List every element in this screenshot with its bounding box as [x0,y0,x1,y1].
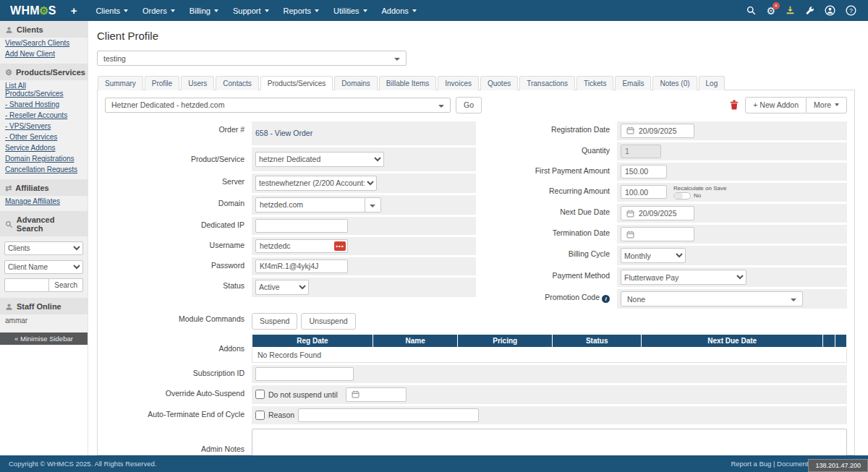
menu-utilities[interactable]: Utilities [326,0,374,21]
unsuspend-button[interactable]: Unsuspend [301,313,355,330]
search-icon[interactable] [746,6,756,15]
menu-billing-label: Billing [190,7,210,15]
menu-clients[interactable]: Clients [88,0,135,21]
shortcuts-plus-button[interactable]: + [71,4,77,17]
payment-method-label: Payment Method [476,267,617,287]
menu-addons[interactable]: Addons [375,0,424,21]
sidebar-section-clients: Clients [0,21,88,38]
tab-notes[interactable]: Notes (0) [652,76,697,90]
whmcs-logo[interactable]: WHM⚙S [10,4,56,17]
suspend-button[interactable]: Suspend [252,313,297,330]
next-due-date-label: Next Due Date [476,204,617,223]
billing-cycle-select[interactable]: Monthly [621,248,686,263]
service-select[interactable]: Hetzner Dedicated - hetzded.com [105,98,451,113]
auto-terminate-label: Auto-Terminate End of Cycle [105,406,252,424]
updates-icon[interactable] [786,6,795,15]
advanced-search-field-select[interactable]: Client Name [4,260,83,274]
sidebar-item-view-search-clients[interactable]: View/Search Clients [0,38,88,48]
status-label: Status [105,278,252,297]
system-settings-icon[interactable] [805,6,814,15]
tab-profile[interactable]: Profile [145,76,179,90]
automation-status-icon[interactable]: ⚙ × [766,6,775,16]
delete-service-icon[interactable] [730,100,739,110]
recurring-amount-input[interactable] [621,185,667,199]
sidebar-item-add-new-client[interactable]: Add New Client [0,48,88,59]
sidebar-item-service-addons[interactable]: Service Addons [0,142,88,153]
more-button[interactable]: More [807,97,847,113]
subscription-id-input[interactable] [255,367,354,381]
sidebar-item-manage-affiliates[interactable]: Manage Affiliates [0,196,88,207]
suspend-until-date-input[interactable] [346,387,407,402]
tab-summary[interactable]: Summary [98,76,143,90]
sidebar-item-list-all-products[interactable]: List All Products/Services [0,80,88,99]
footer: Copyright © WHMCS 2025. All Rights Reser… [0,455,868,472]
admin-notes-textarea[interactable] [252,429,847,455]
do-not-suspend-label: Do not suspend until [268,390,338,399]
promotion-code-select[interactable]: None [621,291,803,306]
advanced-search-type-select[interactable]: Clients [4,241,83,255]
tab-quotes[interactable]: Quotes [480,76,518,90]
server-select[interactable]: testnewhetzner (2/200 Account: [255,176,377,191]
calendar-icon [626,126,634,134]
domain-input[interactable] [255,197,365,213]
go-button[interactable]: Go [456,97,482,113]
domain-dropdown-button[interactable] [365,197,381,213]
status-select[interactable]: Active [255,280,309,295]
reason-input[interactable] [298,408,479,422]
logo-gear-icon: ⚙ [39,4,49,17]
first-payment-input[interactable] [621,165,667,179]
logo-text-pre: WHM [10,4,40,17]
advanced-search-button[interactable]: Search [49,278,83,292]
recalculate-value: No [694,192,701,199]
new-addon-button[interactable]: + New Addon [745,97,807,113]
order-value-link[interactable]: 658 - View Order [255,129,312,137]
sidebar-item-reseller-accounts[interactable]: - Reseller Accounts [0,110,88,121]
registration-date-input[interactable]: 20/09/2025 [621,124,694,138]
tab-billable-items[interactable]: Billable Items [379,76,436,90]
next-due-date-input[interactable]: 20/09/2025 [621,206,694,220]
client-select[interactable]: testing [97,51,407,66]
staff-online-icon [5,303,13,311]
tab-contacts[interactable]: Contacts [216,76,258,90]
sidebar-item-vps-servers[interactable]: - VPS/Servers [0,121,88,132]
password-manager-icon[interactable]: ••• [334,241,346,251]
sidebar-item-domain-registrations[interactable]: Domain Registrations [0,153,88,164]
advanced-search-input[interactable] [4,278,49,292]
top-navbar: WHM⚙S + Clients Orders Billing Support R… [0,0,868,21]
override-auto-suspend-checkbox[interactable] [255,390,265,399]
chevron-down-icon [214,9,218,12]
tab-log[interactable]: Log [699,76,726,90]
addons-header-status: Status [553,334,642,347]
dedicated-ip-input[interactable] [255,219,348,233]
sidebar-item-shared-hosting[interactable]: - Shared Hosting [0,99,88,110]
password-input[interactable] [255,259,348,273]
menu-billing[interactable]: Billing [182,0,226,21]
page-title: Client Profile [97,30,855,42]
chevron-down-icon [315,9,319,12]
sidebar-item-cancellation-requests[interactable]: Cancellation Requests [0,164,88,175]
menu-reports[interactable]: Reports [276,0,327,21]
help-icon[interactable]: ? [846,5,856,16]
sidebar-section-staff-online: Staff Online [0,298,88,314]
menu-orders[interactable]: Orders [135,0,182,21]
tab-invoices[interactable]: Invoices [438,76,479,90]
info-icon[interactable]: i [602,295,610,303]
account-icon[interactable] [825,5,835,16]
billing-cycle-label: Billing Cycle [476,246,617,265]
domain-label: Domain [105,195,252,215]
payment-method-select[interactable]: Flutterwave Pay [621,270,746,285]
tab-users[interactable]: Users [181,76,214,90]
tab-transactions[interactable]: Transactions [519,76,575,90]
product-service-select[interactable]: hetzner Dedicated [255,152,384,167]
auto-terminate-checkbox[interactable] [255,411,265,420]
staff-online-name: ammar [0,314,88,327]
tab-emails[interactable]: Emails [615,76,651,90]
menu-support[interactable]: Support [226,0,276,21]
minimise-sidebar-button[interactable]: « Minimise Sidebar [0,332,88,345]
sidebar-item-other-services[interactable]: - Other Services [0,132,88,142]
tab-domains[interactable]: Domains [334,76,377,90]
termination-date-input[interactable] [621,227,694,241]
recalculate-toggle[interactable] [673,192,691,199]
tab-tickets[interactable]: Tickets [576,76,613,90]
tab-products-services[interactable]: Products/Services [260,76,333,90]
